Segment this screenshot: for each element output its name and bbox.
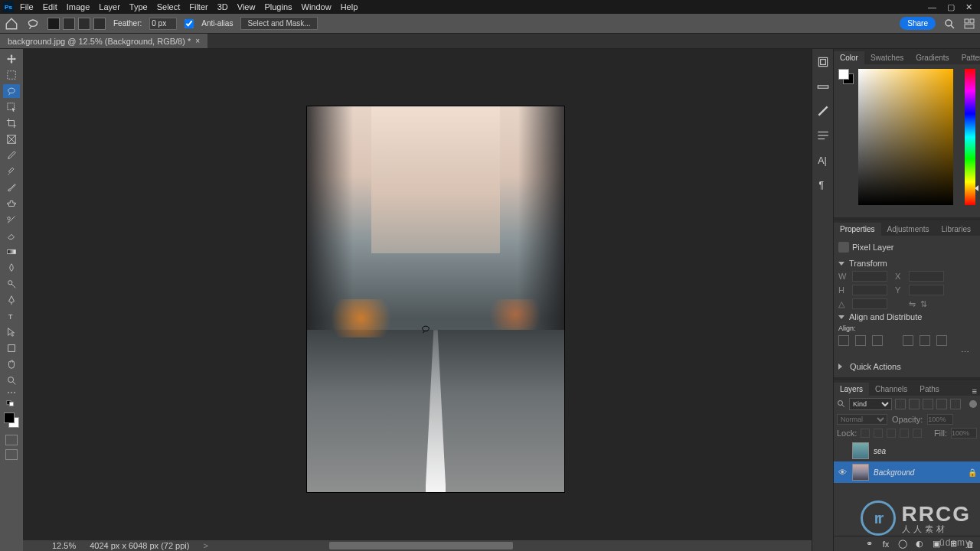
flip-v-icon[interactable]: ⇅ xyxy=(920,299,927,309)
link-layers-icon[interactable]: ⚭ xyxy=(864,539,874,549)
close-button[interactable]: ✕ xyxy=(965,2,972,12)
history-brush-tool[interactable] xyxy=(3,213,20,227)
add-selection-icon[interactable] xyxy=(63,18,75,30)
hand-tool[interactable] xyxy=(3,357,20,371)
tab-swatches[interactable]: Swatches xyxy=(864,51,910,64)
color-field[interactable] xyxy=(858,69,953,205)
align-vcenter-icon[interactable] xyxy=(920,335,930,346)
path-select-tool[interactable] xyxy=(3,325,20,339)
layer-style-icon[interactable]: fx xyxy=(880,539,891,549)
tab-layers[interactable]: Layers xyxy=(834,383,869,396)
quick-actions-header[interactable]: Quick Actions xyxy=(838,359,975,374)
marquee-tool[interactable] xyxy=(3,68,20,82)
workspace-switcher-icon[interactable] xyxy=(963,18,975,30)
blur-tool[interactable] xyxy=(3,261,20,275)
clone-stamp-tool[interactable] xyxy=(3,197,20,210)
brushes-panel-icon[interactable] xyxy=(816,80,830,93)
align-right-icon[interactable] xyxy=(872,335,883,346)
panel-menu-icon[interactable]: ≡ xyxy=(969,386,980,396)
history-panel-icon[interactable] xyxy=(816,55,830,69)
align-top-icon[interactable] xyxy=(903,335,913,346)
layer-name[interactable]: Background xyxy=(874,468,914,477)
tab-properties[interactable]: Properties xyxy=(834,223,881,236)
layer-thumbnail[interactable] xyxy=(852,464,869,481)
menu-edit[interactable]: Edit xyxy=(43,2,57,11)
menu-image[interactable]: Image xyxy=(67,2,90,11)
angle-input[interactable] xyxy=(852,298,887,309)
menu-select[interactable]: Select xyxy=(157,2,181,11)
lock-position-icon[interactable] xyxy=(887,429,896,438)
more-options-icon[interactable]: ⋯ xyxy=(838,346,975,359)
blend-mode-select[interactable]: Normal xyxy=(837,414,887,425)
tab-color[interactable]: Color xyxy=(834,51,864,64)
feather-input[interactable] xyxy=(149,18,177,30)
intersect-selection-icon[interactable] xyxy=(93,18,106,30)
filter-toggle-icon[interactable] xyxy=(969,400,977,408)
document-canvas[interactable] xyxy=(306,106,565,493)
lock-all-icon[interactable] xyxy=(913,429,922,438)
lock-pixels-icon[interactable] xyxy=(874,429,883,438)
filter-type-icon[interactable] xyxy=(923,399,933,409)
menu-type[interactable]: Type xyxy=(129,2,148,11)
pen-tool[interactable] xyxy=(3,293,20,307)
layer-item[interactable]: sea xyxy=(834,440,980,461)
menu-window[interactable]: Window xyxy=(302,2,332,11)
character-panel-icon[interactable]: A| xyxy=(816,153,830,167)
healing-brush-tool[interactable] xyxy=(3,165,20,178)
align-section-header[interactable]: Align and Distribute xyxy=(838,309,975,324)
lock-transparency-icon[interactable] xyxy=(861,429,870,438)
move-tool[interactable] xyxy=(3,52,20,66)
filter-shape-icon[interactable] xyxy=(936,399,947,409)
tab-patterns[interactable]: Patterns xyxy=(956,51,980,64)
menu-3d[interactable]: 3D xyxy=(217,2,228,11)
status-arrow-icon[interactable]: > xyxy=(203,541,207,550)
opacity-input[interactable] xyxy=(927,414,953,425)
y-input[interactable] xyxy=(909,285,944,295)
visibility-toggle-icon[interactable]: 👁 xyxy=(837,468,848,477)
share-button[interactable]: Share xyxy=(900,17,936,30)
gradient-tool[interactable] xyxy=(3,245,20,259)
menu-plugins[interactable]: Plugins xyxy=(264,2,292,11)
paragraph-panel-icon[interactable] xyxy=(816,129,830,142)
transform-section-header[interactable]: Transform xyxy=(838,256,975,271)
lasso-tool[interactable] xyxy=(3,84,20,98)
zoom-level[interactable]: 12.5% xyxy=(52,541,76,550)
eyedropper-tool[interactable] xyxy=(3,148,20,162)
tab-paths[interactable]: Paths xyxy=(913,383,946,396)
antialias-checkbox[interactable] xyxy=(185,19,194,28)
object-select-tool[interactable] xyxy=(3,100,20,114)
align-left-icon[interactable] xyxy=(838,335,849,346)
filter-adjust-icon[interactable] xyxy=(909,399,920,409)
new-selection-icon[interactable] xyxy=(47,18,60,30)
menu-view[interactable]: View xyxy=(237,2,256,11)
quick-mask-icon[interactable] xyxy=(5,435,18,445)
layer-mask-icon[interactable]: ◯ xyxy=(897,539,908,549)
flip-h-icon[interactable]: ⇋ xyxy=(909,299,916,309)
align-bottom-icon[interactable] xyxy=(936,335,947,346)
minimize-button[interactable]: — xyxy=(928,2,936,12)
layer-thumbnail[interactable] xyxy=(852,442,869,459)
menu-help[interactable]: Help xyxy=(341,2,358,11)
shape-tool[interactable] xyxy=(3,341,20,355)
filter-kind-select[interactable]: Kind xyxy=(849,398,892,410)
type-tool[interactable]: T xyxy=(3,309,20,323)
document-tab[interactable]: background.jpg @ 12.5% (Background, RGB/… xyxy=(0,34,207,48)
canvas-area[interactable]: 12.5% 4024 px x 6048 px (72 ppi) > xyxy=(23,49,812,551)
tab-gradients[interactable]: Gradients xyxy=(910,51,955,64)
screen-mode-icon[interactable] xyxy=(5,449,18,460)
filter-pixel-icon[interactable] xyxy=(895,399,906,409)
edit-toolbar-icon[interactable] xyxy=(5,392,18,395)
menu-filter[interactable]: Filter xyxy=(189,2,207,11)
foreground-background-color[interactable] xyxy=(4,412,19,428)
dodge-tool[interactable] xyxy=(3,277,20,291)
tab-libraries[interactable]: Libraries xyxy=(936,223,977,236)
brush-settings-panel-icon[interactable] xyxy=(816,104,830,118)
subtract-selection-icon[interactable] xyxy=(78,18,90,30)
menu-layer[interactable]: Layer xyxy=(99,2,120,11)
adjustment-layer-icon[interactable]: ◐ xyxy=(914,539,925,549)
tab-adjustments[interactable]: Adjustments xyxy=(881,223,936,236)
menu-file[interactable]: File xyxy=(20,2,34,11)
tab-channels[interactable]: Channels xyxy=(869,383,913,396)
zoom-tool[interactable] xyxy=(3,373,20,387)
scrollbar-thumb[interactable] xyxy=(329,542,513,549)
